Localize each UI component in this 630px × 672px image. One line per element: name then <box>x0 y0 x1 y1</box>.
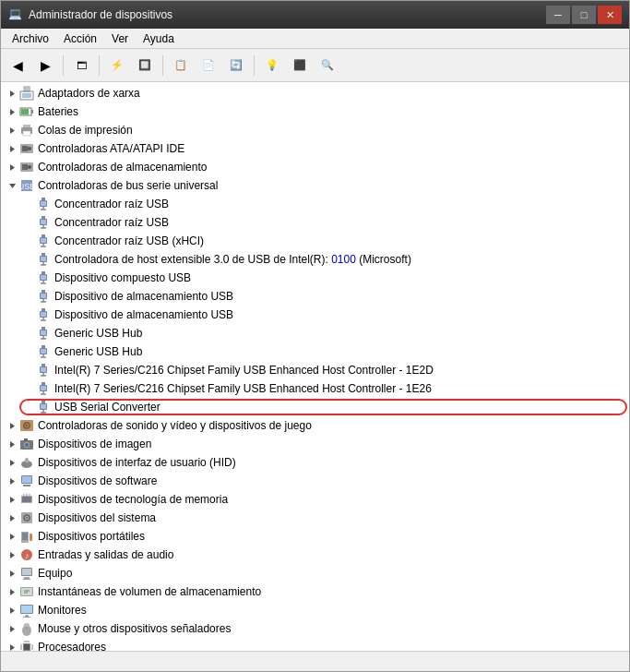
expander-gen_hub1[interactable] <box>21 326 36 341</box>
menu-archivo[interactable]: Archivo <box>5 30 56 47</box>
tree-item-software[interactable]: Dispositivos de software <box>1 472 629 490</box>
minimize-button[interactable]: ─ <box>546 6 570 24</box>
toolbar-btn-4[interactable]: ⚡ <box>104 53 130 78</box>
item-icon-audio: ♪ <box>19 547 34 562</box>
item-label-portables: Dispositivos portátiles <box>38 530 145 543</box>
tree-item-sistema[interactable]: Dispositivos del sistema <box>1 509 629 527</box>
expander-intel1[interactable] <box>21 363 36 378</box>
expander-audio[interactable] <box>5 547 19 562</box>
tree-item-almac[interactable]: Controladoras de almacenamiento <box>1 158 629 176</box>
item-icon-gen_hub2 <box>36 344 51 359</box>
tree-item-disp_comp[interactable]: Dispositivo compuesto USB <box>1 269 629 287</box>
expander-instantaneas[interactable] <box>5 584 19 599</box>
tree-item-disp_alm2[interactable]: Dispositivo de almacenamiento USB <box>1 306 629 324</box>
svg-rect-64 <box>42 345 45 348</box>
tree-item-buserie[interactable]: USBControladoras de bus serie universal <box>1 176 629 195</box>
expander-buserie[interactable] <box>5 178 19 193</box>
expander-disp_comp[interactable] <box>21 270 36 285</box>
tree-item-instantaneas[interactable]: Instantáneas de volumen de almacenamient… <box>1 582 629 601</box>
tree-item-intel1[interactable]: Intel(R) 7 Series/C216 Chipset Family US… <box>1 361 629 379</box>
svg-rect-132 <box>25 615 29 617</box>
expander-almac[interactable] <box>5 160 19 174</box>
close-button[interactable]: ✕ <box>598 6 622 24</box>
expander-monitores[interactable] <box>5 603 19 618</box>
tree-item-gen_hub1[interactable]: Generic USB Hub <box>1 324 629 342</box>
toolbar-btn-7[interactable]: 📄 <box>196 53 221 78</box>
toolbar-sep-2 <box>99 55 100 76</box>
tree-item-bateries[interactable]: Bateries <box>1 102 629 121</box>
toolbar-btn-5[interactable]: 🔲 <box>132 53 158 78</box>
tree-item-intel2[interactable]: Intel(R) 7 Series/C216 Chipset Family US… <box>1 379 629 398</box>
expander-sonido[interactable] <box>5 418 19 433</box>
menu-accion[interactable]: Acción <box>56 30 104 47</box>
svg-rect-81 <box>41 404 46 409</box>
tree-item-usb_serial_conv[interactable]: USB Serial Converter <box>1 398 629 416</box>
svg-marker-13 <box>10 146 15 152</box>
expander-intel2[interactable] <box>21 381 36 396</box>
tree-item-monitores[interactable]: Monitores <box>1 601 629 619</box>
tree-item-mouse[interactable]: Mouse y otros dispositivos señaladores <box>1 619 629 638</box>
tree-item-colas[interactable]: Colas de impresión <box>1 121 629 139</box>
expander-hub1[interactable] <box>21 197 36 211</box>
maximize-button[interactable]: □ <box>572 6 596 24</box>
svg-marker-5 <box>10 109 15 115</box>
tree-item-hub3[interactable]: Concentrador raíz USB (xHCI) <box>1 232 629 250</box>
tree-item-procesadores[interactable]: Procesadores <box>1 638 629 651</box>
tree-item-hub2[interactable]: Concentrador raíz USB <box>1 213 629 232</box>
menu-ayuda[interactable]: Ayuda <box>136 30 182 47</box>
expander-mouse[interactable] <box>5 621 19 636</box>
expander-bateries[interactable] <box>5 104 19 119</box>
expander-adaptadors[interactable] <box>5 86 19 101</box>
tree-item-hub1[interactable]: Concentrador raíz USB <box>1 195 629 213</box>
tree-item-hid[interactable]: Dispositivos de interfaz de usuario (HID… <box>1 453 629 472</box>
tree-item-ctrl_host[interactable]: Controladora de host extensible 3.0 de U… <box>1 250 629 269</box>
expander-colas[interactable] <box>5 123 19 138</box>
menu-ver[interactable]: Ver <box>104 30 136 47</box>
item-icon-monitores <box>19 603 34 618</box>
expander-hub2[interactable] <box>21 215 36 230</box>
svg-rect-44 <box>42 271 45 274</box>
expander-hub3[interactable] <box>21 234 36 248</box>
expander-imagen[interactable] <box>5 437 19 451</box>
expander-usb_serial_conv[interactable] <box>21 400 36 414</box>
tree-item-audio[interactable]: ♪Entradas y salidas de audio <box>1 546 629 564</box>
expander-disp_alm2[interactable] <box>21 307 36 322</box>
toolbar-btn-3[interactable]: 🗔 <box>68 53 94 78</box>
tree-item-equipo[interactable]: Equipo <box>1 564 629 582</box>
expander-hid[interactable] <box>5 455 19 470</box>
item-icon-mouse <box>19 621 34 636</box>
expander-ata[interactable] <box>5 141 19 156</box>
toolbar-btn-6[interactable]: 📋 <box>168 53 194 78</box>
tree-item-adaptadors[interactable]: Adaptadors de xarxa <box>1 84 629 102</box>
toolbar-btn-9[interactable]: 💡 <box>259 53 285 78</box>
tree-item-disp_alm1[interactable]: Dispositivo de almacenamiento USB <box>1 287 629 306</box>
expander-portables[interactable] <box>5 529 19 544</box>
forward-button[interactable]: ▶ <box>32 53 58 78</box>
tree-item-portables[interactable]: Dispositivos portátiles <box>1 527 629 546</box>
expander-memoria[interactable] <box>5 492 19 507</box>
svg-rect-4 <box>25 88 29 90</box>
item-label-hid: Dispositivos de interfaz de usuario (HID… <box>38 456 236 469</box>
item-icon-gen_hub1 <box>36 326 51 341</box>
toolbar-btn-8[interactable]: 🔄 <box>223 53 249 78</box>
title-bar: 💻 Administrador de dispositivos ─ □ ✕ <box>1 1 629 29</box>
expander-gen_hub2[interactable] <box>21 344 36 359</box>
tree-item-sonido[interactable]: Controladoras de sonido y vídeo y dispos… <box>1 416 629 435</box>
svg-rect-133 <box>23 617 30 618</box>
svg-marker-112 <box>10 534 15 540</box>
tree-item-memoria[interactable]: Dispositivos de tecnología de memoria <box>1 490 629 509</box>
expander-disp_alm1[interactable] <box>21 289 36 304</box>
expander-procesadores[interactable] <box>5 640 19 651</box>
expander-software[interactable] <box>5 474 19 488</box>
tree-item-ata[interactable]: Controladoras ATA/ATAPI IDE <box>1 139 629 158</box>
back-button[interactable]: ◀ <box>5 53 30 78</box>
toolbar-btn-10[interactable]: ⬛ <box>287 53 313 78</box>
device-tree[interactable]: Adaptadors de xarxaBateriesColas de impr… <box>1 82 629 651</box>
item-label-intel1: Intel(R) 7 Series/C216 Chipset Family US… <box>54 364 434 377</box>
expander-sistema[interactable] <box>5 510 19 525</box>
expander-ctrl_host[interactable] <box>21 252 36 267</box>
toolbar-btn-11[interactable]: 🔍 <box>315 53 340 78</box>
expander-equipo[interactable] <box>5 566 19 581</box>
tree-item-imagen[interactable]: Dispositivos de imagen <box>1 435 629 453</box>
tree-item-gen_hub2[interactable]: Generic USB Hub <box>1 342 629 361</box>
